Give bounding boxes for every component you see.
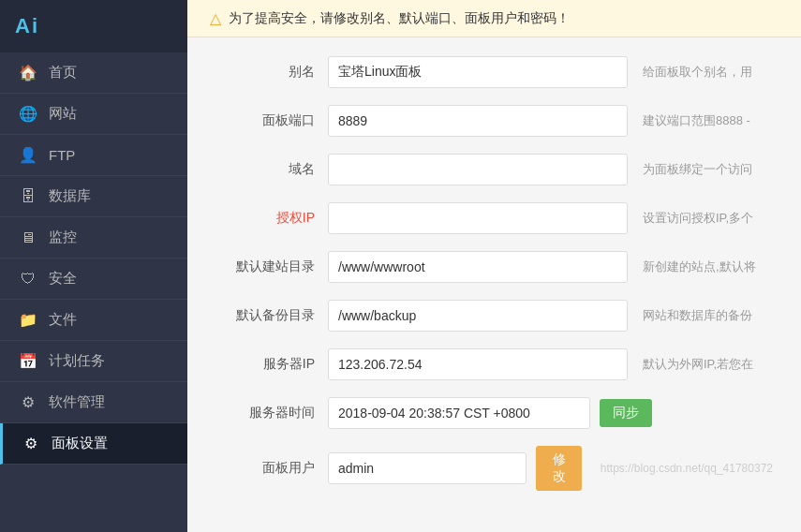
sidebar-label-ftp: FTP <box>49 147 75 163</box>
sidebar-item-website[interactable]: 🌐网站 <box>0 94 187 135</box>
sidebar-item-panel[interactable]: ⚙面板设置 <box>0 423 187 465</box>
sidebar-item-security[interactable]: 🛡安全 <box>0 259 187 300</box>
files-icon: 📁 <box>19 311 37 329</box>
hint-site_dir: 新创建的站点,默认将 <box>643 259 773 275</box>
sidebar-label-cron: 计划任务 <box>49 352 105 370</box>
hint-server_ip: 默认为外网IP,若您在 <box>643 356 773 373</box>
sidebar-label-security: 安全 <box>49 270 77 288</box>
main-content: △ 为了提高安全，请修改别名、默认端口、面板用户和密码！ 别名给面板取个别名，用… <box>187 0 801 532</box>
input-server_ip[interactable] <box>328 348 628 380</box>
sidebar-item-monitor[interactable]: 🖥监控 <box>0 217 187 259</box>
warning-text: 为了提高安全，请修改别名、默认端口、面板用户和密码！ <box>229 10 570 27</box>
sidebar-item-files[interactable]: 📁文件 <box>0 300 187 341</box>
sidebar: Ai 🏠首页🌐网站👤FTP🗄数据库🖥监控🛡安全📁文件📅计划任务⚙软件管理⚙面板设… <box>0 0 187 532</box>
hint-alias: 给面板取个别名，用 <box>643 64 773 81</box>
security-icon: 🛡 <box>19 271 37 288</box>
panel-user-input[interactable] <box>328 452 527 484</box>
label-alias: 别名 <box>215 64 328 81</box>
sidebar-item-cron[interactable]: 📅计划任务 <box>0 341 187 382</box>
hint-backup_dir: 网站和数据库的备份 <box>643 307 773 324</box>
panel-user-row: 面板用户 修改 https://blog.csdn.net/qq_4178037… <box>215 446 773 491</box>
input-auth_ip[interactable] <box>328 202 628 234</box>
sidebar-label-monitor: 监控 <box>49 229 77 246</box>
watermark: https://blog.csdn.net/qq_41780372 <box>601 462 773 475</box>
database-icon: 🗄 <box>19 188 37 205</box>
sidebar-item-database[interactable]: 🗄数据库 <box>0 176 187 217</box>
edit-button[interactable]: 修改 <box>536 446 582 491</box>
logo-text: Ai <box>15 14 39 38</box>
warning-icon: △ <box>210 9 221 27</box>
server-time-row: 服务器时间 同步 <box>215 397 773 429</box>
input-port[interactable] <box>328 105 628 137</box>
form-row-server_ip: 服务器IP默认为外网IP,若您在 <box>215 348 773 380</box>
sidebar-logo: Ai <box>0 0 187 52</box>
sidebar-item-ftp[interactable]: 👤FTP <box>0 135 187 176</box>
panel-icon: ⚙ <box>22 435 40 452</box>
sidebar-label-files: 文件 <box>49 311 77 329</box>
label-auth_ip: 授权IP <box>215 210 328 227</box>
server-time-input[interactable] <box>328 397 590 429</box>
form-area: 别名给面板取个别名，用面板端口建议端口范围8888 -域名为面板绑定一个访问授权… <box>187 37 801 532</box>
label-backup_dir: 默认备份目录 <box>215 307 328 324</box>
sidebar-nav: 🏠首页🌐网站👤FTP🗄数据库🖥监控🛡安全📁文件📅计划任务⚙软件管理⚙面板设置 <box>0 52 187 465</box>
ftp-icon: 👤 <box>19 146 37 164</box>
form-row-auth_ip: 授权IP设置访问授权IP,多个 <box>215 202 773 234</box>
input-backup_dir[interactable] <box>328 300 628 332</box>
sidebar-item-home[interactable]: 🏠首页 <box>0 52 187 94</box>
label-site_dir: 默认建站目录 <box>215 259 328 275</box>
label-server_ip: 服务器IP <box>215 356 328 373</box>
sidebar-label-panel: 面板设置 <box>52 435 108 452</box>
panel-user-label: 面板用户 <box>215 460 328 477</box>
monitor-icon: 🖥 <box>19 229 37 246</box>
website-icon: 🌐 <box>19 105 37 123</box>
form-row-domain: 域名为面板绑定一个访问 <box>215 154 773 185</box>
label-domain: 域名 <box>215 161 328 178</box>
sidebar-item-software[interactable]: ⚙软件管理 <box>0 382 187 423</box>
form-row-site_dir: 默认建站目录新创建的站点,默认将 <box>215 251 773 283</box>
warning-bar: △ 为了提高安全，请修改别名、默认端口、面板用户和密码！ <box>187 0 801 37</box>
form-row-backup_dir: 默认备份目录网站和数据库的备份 <box>215 300 773 332</box>
form-fields: 别名给面板取个别名，用面板端口建议端口范围8888 -域名为面板绑定一个访问授权… <box>215 56 773 380</box>
form-row-port: 面板端口建议端口范围8888 - <box>215 105 773 137</box>
software-icon: ⚙ <box>19 393 37 411</box>
hint-auth_ip: 设置访问授权IP,多个 <box>643 210 773 227</box>
sidebar-label-home: 首页 <box>49 64 77 81</box>
input-domain[interactable] <box>328 154 628 185</box>
label-port: 面板端口 <box>215 112 328 129</box>
home-icon: 🏠 <box>19 64 37 81</box>
cron-icon: 📅 <box>19 352 37 370</box>
hint-port: 建议端口范围8888 - <box>643 112 773 129</box>
input-alias[interactable] <box>328 56 628 88</box>
sidebar-label-software: 软件管理 <box>49 393 105 411</box>
sidebar-label-database: 数据库 <box>49 187 91 205</box>
form-row-alias: 别名给面板取个别名，用 <box>215 56 773 88</box>
sync-button[interactable]: 同步 <box>600 399 652 427</box>
sidebar-label-website: 网站 <box>49 105 77 123</box>
hint-domain: 为面板绑定一个访问 <box>643 161 773 178</box>
server-time-label: 服务器时间 <box>215 405 328 421</box>
input-site_dir[interactable] <box>328 251 628 283</box>
